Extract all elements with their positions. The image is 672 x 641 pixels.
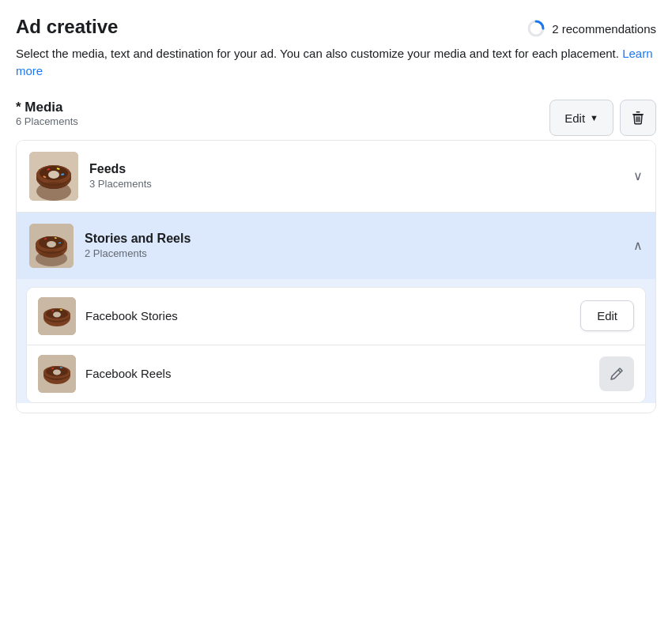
spinner-icon — [527, 19, 546, 38]
facebook-reels-thumbnail — [38, 355, 76, 393]
donut-image-feeds — [29, 152, 78, 201]
recommendations-badge: 2 recommendations — [527, 19, 656, 38]
stories-reels-count: 2 Placements — [85, 247, 191, 259]
edit-dropdown-button[interactable]: Edit ▼ — [549, 100, 613, 136]
feeds-group-left: Feeds 3 Placements — [29, 152, 152, 201]
feeds-thumbnail — [29, 152, 78, 201]
svg-point-12 — [48, 171, 59, 179]
stories-reels-name: Stories and Reels — [85, 232, 191, 246]
facebook-reels-edit-button[interactable] — [599, 356, 634, 391]
svg-line-44 — [618, 370, 621, 372]
svg-point-23 — [47, 241, 56, 247]
recommendations-count: 2 recommendations — [552, 22, 656, 36]
stories-reels-info: Stories and Reels 2 Placements — [85, 232, 191, 259]
media-section: * Media 6 Placements Edit ▼ — [16, 100, 656, 413]
feeds-group-row[interactable]: Feeds 3 Placements ∨ — [17, 141, 655, 212]
page-title: Ad creative — [16, 16, 118, 39]
facebook-reels-name: Facebook Reels — [85, 367, 171, 380]
feeds-group-count: 3 Placements — [89, 178, 152, 190]
stories-reels-thumbnail — [29, 224, 74, 268]
facebook-reels-left: Facebook Reels — [38, 355, 171, 393]
trash-icon — [630, 110, 646, 126]
stories-reels-left: Stories and Reels 2 Placements — [29, 224, 191, 268]
donut-image-stories — [29, 224, 74, 268]
donut-image-fb-reels — [38, 355, 76, 393]
media-title: * Media — [16, 100, 78, 115]
stories-reels-chevron-up-icon: ∧ — [633, 238, 643, 253]
total-placements-count: 6 Placements — [16, 115, 78, 127]
description-text: Select the media, text and destination f… — [16, 45, 656, 81]
svg-point-27 — [36, 251, 67, 266]
svg-point-17 — [36, 182, 71, 201]
feeds-group-name: Feeds — [89, 162, 152, 176]
facebook-stories-thumbnail — [38, 297, 76, 335]
stories-reels-group: Stories and Reels 2 Placements ∧ — [17, 212, 655, 403]
donut-image-fb-stories — [38, 297, 76, 335]
feeds-group-info: Feeds 3 Placements — [89, 162, 152, 190]
stories-reels-header[interactable]: Stories and Reels 2 Placements ∧ — [17, 213, 655, 279]
chevron-down-icon: ▼ — [590, 113, 598, 123]
facebook-stories-row: Facebook Stories Edit — [27, 288, 645, 345]
placement-groups-container: Feeds 3 Placements ∨ — [16, 140, 656, 413]
pencil-icon — [610, 367, 624, 381]
header-section: Ad creative 2 recommendations — [16, 16, 656, 39]
feeds-chevron-down-icon: ∨ — [633, 168, 643, 183]
facebook-reels-row: Facebook Reels — [27, 345, 645, 402]
svg-point-33 — [53, 311, 61, 317]
media-header: * Media 6 Placements Edit ▼ — [16, 100, 656, 137]
media-title-block: * Media 6 Placements — [16, 100, 78, 137]
page-container: Ad creative 2 recommendations Select the… — [16, 16, 656, 413]
facebook-stories-left: Facebook Stories — [38, 297, 178, 335]
delete-button[interactable] — [620, 100, 656, 136]
facebook-stories-edit-button[interactable]: Edit — [580, 300, 634, 331]
svg-point-41 — [53, 369, 61, 375]
media-actions: Edit ▼ — [549, 100, 656, 136]
facebook-stories-name: Facebook Stories — [85, 309, 178, 322]
sub-items-container: Facebook Stories Edit — [26, 287, 646, 403]
svg-rect-2 — [636, 111, 640, 113]
